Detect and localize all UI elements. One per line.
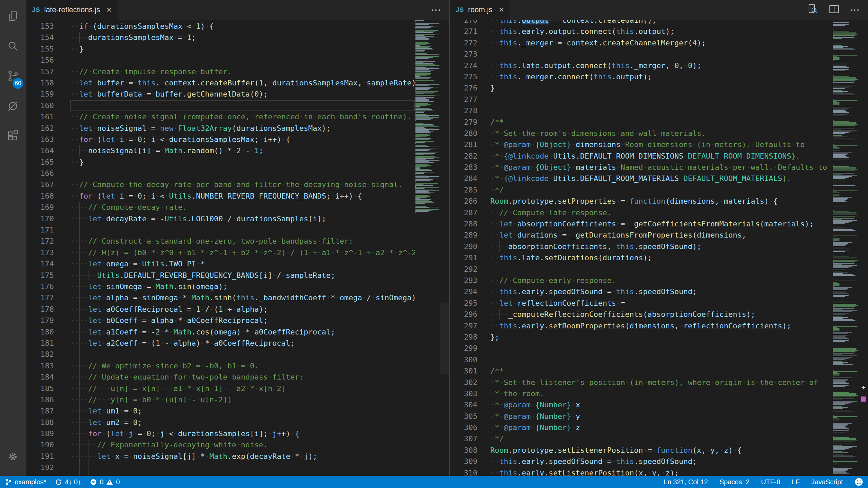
code-line[interactable]: 164····noiseSignal[i]·=·Math.random()·*·… (26, 145, 449, 156)
code-line[interactable]: 185····//···u[n]·=·x[n]·-·a1·*·x[n-1]·-·… (26, 383, 449, 394)
code-line[interactable]: 175······Utils.DEFAULT_REVERB_FREQUENCY_… (26, 270, 449, 281)
code-line[interactable]: 179····let·b0Coeff·=·alpha·*·a0CoeffReci… (26, 315, 449, 326)
tab-late-reflections[interactable]: JS late-reflections.js ✕ (26, 0, 118, 20)
minimap-right[interactable] (832, 20, 860, 476)
code-line[interactable]: 308Room.prototype.setListenerPosition·=·… (450, 445, 868, 456)
editor-right[interactable]: 270··this.output·=·context.createGain();… (450, 20, 868, 476)
code-line[interactable]: 281·*·@param·{Object}·dimensions·Room·di… (450, 139, 868, 150)
code-line[interactable]: 291··this.late.setDurations(durations); (450, 252, 868, 263)
code-line[interactable]: 275··this._merger.connect(this.output); (450, 71, 868, 82)
code-line[interactable]: 292 (450, 264, 868, 275)
code-line[interactable]: 177····let·alpha·=·sinOmega·*·Math.sinh(… (26, 292, 449, 303)
code-line[interactable]: 166 (26, 168, 449, 179)
code-line[interactable]: 307·*/ (450, 433, 868, 444)
code-line[interactable]: 157··//·Create·impulse·response·buffer. (26, 66, 449, 77)
code-line[interactable]: 163··for·(let·i·=·0;·i·<·durationsSample… (26, 134, 449, 145)
code-line[interactable]: 283·*·@param·{Object}·materials·Named·ac… (450, 162, 868, 173)
code-line[interactable]: 302·*·Set·the·listener's·position·(in·me… (450, 377, 868, 388)
code-line[interactable]: 167··//·Compute·the·decay·rate·per-band·… (26, 179, 449, 190)
encoding-status[interactable]: UTF-8 (761, 478, 781, 486)
code-line[interactable]: 159··let·bufferData·=·buffer.getChannelD… (26, 88, 449, 100)
sidebar-item-source-control[interactable]: 60 (0, 64, 26, 89)
code-line[interactable]: 160 (26, 100, 449, 111)
more-actions-icon[interactable]: ⋯ (850, 5, 861, 15)
code-line[interactable]: 176····let·sinOmega·=·Math.sin(omega); (26, 281, 449, 292)
code-line[interactable]: 153··if·(durationsSamplesMax·<·1)·{ (26, 21, 449, 32)
code-line[interactable]: 298}; (450, 331, 868, 343)
code-line[interactable]: 170····let·decayRate·=·-Utils.LOG1000·/·… (26, 213, 449, 224)
code-line[interactable]: 189····for·(let·j·=·0;·j·<·durationsSamp… (26, 428, 449, 439)
code-line[interactable]: 162··let·noiseSignal·=·new·Float32Array(… (26, 123, 449, 134)
code-line[interactable]: 187····let·um1·=·0; (26, 405, 449, 416)
code-line[interactable]: 180····let·a1Coeff·=·-2·*·Math.cos(omega… (26, 326, 449, 338)
code-line[interactable]: 284·*·{@linkcode·Utils.DEFAULT_ROOM_MATE… (450, 173, 868, 184)
file-search-icon[interactable] (808, 4, 818, 16)
language-status[interactable]: JavaScript (811, 478, 843, 486)
scrollbar-slider[interactable] (440, 303, 449, 374)
code-line[interactable]: 306·*·@param·{Number}·z (450, 422, 868, 433)
code-line[interactable]: 183····//·We·optimize·since·b2·=·-b0,·b1… (26, 360, 449, 371)
sidebar-item-search[interactable] (0, 35, 26, 60)
code-line[interactable]: 300 (450, 354, 868, 365)
tab-room[interactable]: JS room.js ✕ (450, 0, 510, 20)
code-line[interactable]: 310··this.early.setListenerPosition(x,·y… (450, 467, 868, 476)
code-line[interactable]: 173····//·H(z)·=·(b0·*·z^0·+·b1·*·z^-1·+… (26, 247, 449, 258)
code-line[interactable]: 172····//·Construct·a·standard·one-zero,… (26, 236, 449, 247)
code-line[interactable]: 278 (450, 105, 868, 116)
manage-button[interactable] (0, 445, 26, 470)
sidebar-item-extensions[interactable] (0, 124, 26, 149)
code-line[interactable]: 272··this._merger·=·context.createChanne… (450, 37, 868, 48)
code-line[interactable]: 193······//·Filter·signal·with·bandpass·… (26, 473, 449, 476)
problems-status[interactable]: 0 0 (90, 478, 120, 486)
code-line[interactable]: 156 (26, 55, 449, 66)
code-line[interactable]: 286Room.prototype.setProperties·=·functi… (450, 196, 868, 207)
code-line[interactable]: 304·*·@param·{Number}·x (450, 399, 868, 410)
code-line[interactable]: 192 (26, 462, 449, 473)
minimap-left[interactable] (415, 20, 440, 476)
code-line[interactable]: 178····let·a0CoeffReciprocal·=·1·/·(1·+·… (26, 304, 449, 315)
indentation-status[interactable]: Spaces: 2 (719, 478, 750, 486)
code-line[interactable]: 282·*·{@linkcode·Utils.DEFAULT_ROOM_DIME… (450, 150, 868, 162)
code-line[interactable]: 181····let·a2Coeff·=·(1·-·alpha)·*·a0Coe… (26, 338, 449, 349)
code-line[interactable]: 299 (450, 343, 868, 354)
code-line[interactable]: 274··this.late.output.connect(this._merg… (450, 60, 868, 71)
close-icon[interactable]: ✕ (498, 6, 504, 14)
code-line[interactable]: 154····durationsSamplesMax·=·1; (26, 32, 449, 43)
code-line[interactable]: 271··this.early.output.connect(this.outp… (450, 26, 868, 37)
code-line[interactable]: 168··for·(let·i·=·0;·i·<·Utils.NUMBER_RE… (26, 190, 449, 202)
code-line[interactable]: 294··this.early.speedOfSound·=·this.spee… (450, 286, 868, 297)
code-line[interactable]: 289··let·durations·=·_getDurationsFromPr… (450, 229, 868, 241)
sidebar-item-explorer[interactable] (0, 5, 26, 30)
code-line[interactable]: 285·*/ (450, 184, 868, 196)
code-line[interactable]: 290····absorptionCoefficients,·this.spee… (450, 241, 868, 252)
code-line[interactable]: 186····//···y[n]·=·b0·*·(u[n]·-·u[n-2]) (26, 394, 449, 405)
code-line[interactable]: 182 (26, 349, 449, 360)
sidebar-item-run-debug[interactable] (0, 94, 26, 119)
branch-status[interactable]: examples* (5, 478, 46, 486)
code-line[interactable]: 270··this.output·=·context.createGain(); (450, 20, 868, 26)
code-line[interactable]: 309··this.early.speedOfSound·=·this.spee… (450, 456, 868, 467)
editor-left[interactable]: 153··if·(durationsSamplesMax·<·1)·{154··… (26, 20, 449, 476)
code-line[interactable]: 287··//·Compute·late·response. (450, 207, 868, 218)
code-line[interactable]: 295··let·reflectionCoefficients·= (450, 298, 868, 309)
code-line[interactable]: 277 (450, 94, 868, 105)
code-line[interactable]: 301/** (450, 365, 868, 377)
cursor-position-status[interactable]: Ln 321, Col 12 (664, 478, 708, 486)
code-line[interactable]: 190······//·Exponentially-decaying·white… (26, 439, 449, 450)
feedback-smiley-icon[interactable] (854, 477, 863, 486)
scrollbar-left[interactable] (440, 20, 449, 476)
code-line[interactable]: 161··//·Create·noise·signal·(computed·on… (26, 111, 449, 122)
sync-status[interactable]: 4↓ 0↑ (55, 478, 81, 486)
code-line[interactable]: 279/** (450, 117, 868, 128)
code-line[interactable]: 169····//·Compute·decay·rate. (26, 202, 449, 213)
code-line[interactable]: 280·*·Set·the·room's·dimensions·and·wall… (450, 128, 868, 139)
code-line[interactable]: 303·*·the·room. (450, 388, 868, 399)
code-line[interactable]: 184····//·Update·equation·for·two-pole·b… (26, 371, 449, 383)
code-line[interactable]: 158··let·buffer·=·this._context.createBu… (26, 77, 449, 88)
code-line[interactable]: 293··//·Compute·early·response. (450, 275, 868, 286)
code-line[interactable]: 165··} (26, 157, 449, 168)
code-line[interactable]: 191······let·x·=·noiseSignal[j]·*·Math.e… (26, 451, 449, 462)
scrollbar-right[interactable]: + (860, 20, 868, 476)
eol-status[interactable]: LF (792, 478, 800, 486)
code-line[interactable]: 305·*·@param·{Number}·y (450, 411, 868, 422)
